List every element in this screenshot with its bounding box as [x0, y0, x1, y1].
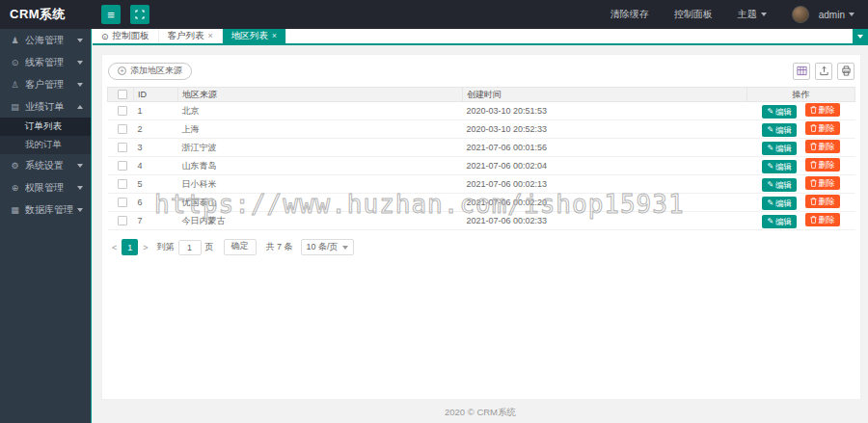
table-row: 5 日小科米 2021-07-06 00:02:13 ✎编辑 删除 — [108, 175, 855, 194]
filter-columns-button[interactable] — [793, 63, 810, 80]
delete-button[interactable]: 删除 — [805, 158, 840, 172]
cell-source: 日小科米 — [178, 175, 463, 194]
sidebar-item[interactable]: ⊙ 线索管理 — [0, 51, 91, 73]
edit-button[interactable]: ✎编辑 — [762, 178, 797, 192]
column-id: ID — [134, 88, 178, 102]
table-toolbar: + 添加地区来源 — [102, 55, 860, 87]
row-checkbox[interactable] — [118, 179, 127, 189]
permissions-icon: ⊕ — [9, 183, 21, 193]
database-icon: ▦ — [9, 205, 21, 215]
sidebar-subitem[interactable]: 订单列表 — [0, 118, 91, 136]
sidebar: ♟ 公海管理 ⊙ 线索管理 ♙ 客户管理 ▤ 业绩订单 订单列表 我的订单 ⚙ … — [0, 29, 92, 423]
tab[interactable]: 地区列表 × — [223, 29, 286, 43]
row-checkbox[interactable] — [118, 216, 127, 225]
add-region-source-button[interactable]: + 添加地区来源 — [108, 63, 192, 80]
sidebar-item[interactable]: ⚙ 系统设置 — [0, 154, 91, 176]
sidebar-menu: ♟ 公海管理 ⊙ 线索管理 ♙ 客户管理 ▤ 业绩订单 订单列表 我的订单 ⚙ … — [0, 29, 91, 221]
cell-created: 2021-07-06 00:01:56 — [463, 139, 747, 157]
sidebar-item[interactable]: ⊕ 权限管理 — [0, 176, 91, 198]
sidebar-item[interactable]: ♙ 客户管理 — [0, 73, 91, 95]
close-icon[interactable]: × — [208, 32, 213, 40]
sidebar-toggle-button[interactable]: ≡ — [101, 5, 121, 24]
cell-id: 4 — [134, 157, 178, 175]
avatar — [792, 6, 809, 23]
clear-cache-link[interactable]: 清除缓存 — [610, 8, 649, 21]
pagination: < 1 > 到第 页 确定 共 7 条 10 条/页 — [107, 239, 855, 255]
table-row: 1 北京 2020-03-10 20:51:53 ✎编辑 删除 — [108, 102, 855, 120]
trash-icon — [810, 106, 817, 114]
top-header: CRM系统 ≡ 清除缓存 控制面板 主题 admin — [0, 0, 868, 29]
cell-created: 2020-03-10 20:51:53 — [463, 102, 747, 120]
cell-source: 山东青岛 — [178, 157, 463, 175]
goto-page-input[interactable] — [178, 240, 202, 255]
row-checkbox[interactable] — [118, 161, 127, 171]
pencil-icon: ✎ — [767, 218, 773, 225]
select-all-checkbox[interactable] — [118, 90, 127, 99]
export-button[interactable] — [815, 63, 832, 80]
edit-button[interactable]: ✎编辑 — [762, 123, 797, 137]
filter-columns-icon — [797, 66, 807, 76]
table-card: + 添加地区来源 ID 地区来源 创建时间 操作 — [101, 54, 861, 400]
goto-prefix: 到第 — [157, 241, 175, 253]
plus-icon: + — [118, 66, 126, 75]
cell-created: 2021-07-06 00:02:33 — [463, 212, 747, 230]
row-checkbox[interactable] — [118, 143, 127, 152]
column-actions: 操作 — [747, 88, 855, 102]
delete-button[interactable]: 删除 — [805, 213, 840, 226]
trash-icon — [810, 198, 817, 205]
cell-source: 北京 — [178, 102, 463, 120]
control-panel-link[interactable]: 控制面板 — [674, 8, 713, 21]
next-page-button[interactable]: > — [138, 243, 152, 252]
sidebar-submenu: 订单列表 我的订单 — [0, 118, 91, 154]
public-pool-icon: ♟ — [9, 36, 21, 45]
sidebar-item[interactable]: ▦ 数据库管理 — [0, 198, 91, 221]
close-icon[interactable]: × — [272, 32, 277, 40]
edit-button[interactable]: ✎编辑 — [762, 105, 797, 119]
sidebar-subitem[interactable]: 我的订单 — [0, 136, 91, 154]
print-button[interactable] — [837, 63, 854, 80]
dashboard-icon: ⊙ — [101, 32, 109, 41]
tab[interactable]: 客户列表 × — [159, 29, 223, 43]
delete-button[interactable]: 删除 — [805, 140, 840, 153]
delete-button[interactable]: 删除 — [805, 195, 840, 208]
user-menu[interactable]: admin — [792, 6, 854, 23]
orders-icon: ▤ — [9, 102, 21, 112]
table-header-row: ID 地区来源 创建时间 操作 — [108, 88, 855, 102]
delete-button[interactable]: 删除 — [805, 103, 840, 117]
tab[interactable]: ⊙ 控制面板 — [93, 29, 159, 43]
username: admin — [819, 10, 845, 20]
delete-button[interactable]: 删除 — [805, 121, 840, 135]
row-checkbox[interactable] — [118, 198, 127, 207]
cell-source: 浙江宁波 — [178, 139, 463, 157]
cell-id: 6 — [134, 194, 178, 212]
tab-operations-button[interactable] — [853, 29, 868, 43]
table-row: 7 今日内蒙古 2021-07-06 00:02:33 ✎编辑 删除 — [108, 212, 855, 230]
row-checkbox[interactable] — [118, 124, 127, 134]
theme-menu[interactable]: 主题 — [738, 8, 767, 21]
row-checkbox[interactable] — [118, 106, 127, 116]
current-page[interactable]: 1 — [122, 239, 138, 255]
fullscreen-button[interactable] — [130, 5, 149, 24]
hamburger-icon: ≡ — [107, 8, 115, 22]
goto-confirm-button[interactable]: 确定 — [224, 239, 257, 255]
chevron-down-icon — [849, 13, 854, 16]
table-row: 6 优国泰山 2021-07-06 00:02:20 ✎编辑 删除 — [108, 194, 855, 212]
cell-created: 2021-07-06 00:02:20 — [463, 194, 747, 212]
edit-button[interactable]: ✎编辑 — [762, 160, 797, 173]
per-page-select[interactable]: 10 条/页 — [301, 239, 354, 255]
edit-button[interactable]: ✎编辑 — [762, 142, 797, 155]
pencil-icon: ✎ — [767, 108, 773, 116]
sidebar-item[interactable]: ▤ 业绩订单 — [0, 95, 91, 118]
edit-button[interactable]: ✎编辑 — [762, 197, 797, 210]
edit-button[interactable]: ✎编辑 — [762, 215, 797, 228]
pencil-icon: ✎ — [767, 145, 773, 152]
delete-button[interactable]: 删除 — [805, 176, 840, 190]
prev-page-button[interactable]: < — [107, 243, 122, 252]
cell-created: 2020-03-10 20:52:33 — [463, 120, 747, 139]
table-row: 4 山东青岛 2021-07-06 00:02:04 ✎编辑 删除 — [108, 157, 855, 175]
region-table: ID 地区来源 创建时间 操作 1 北京 2020-03-10 20:51:53… — [107, 87, 855, 230]
print-icon — [841, 66, 852, 76]
sidebar-item[interactable]: ♟ 公海管理 — [0, 29, 91, 51]
total-count: 共 7 条 — [266, 241, 293, 253]
cell-id: 1 — [134, 102, 178, 120]
